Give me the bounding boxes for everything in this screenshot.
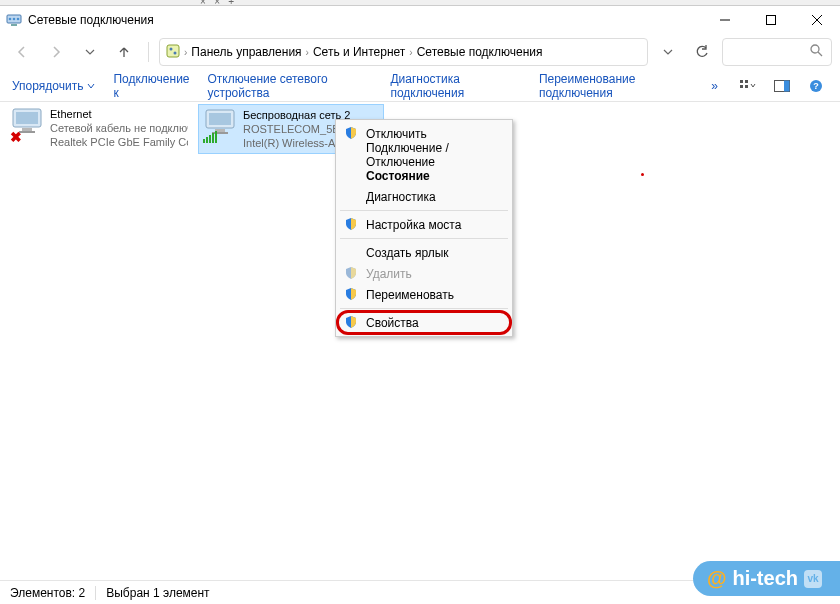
rename-button[interactable]: Переименование подключения <box>539 72 693 100</box>
separator <box>340 308 508 309</box>
ctx-delete: Удалить <box>338 263 510 284</box>
up-button[interactable] <box>110 38 138 66</box>
svg-point-12 <box>811 45 819 53</box>
wifi-icon <box>203 108 237 146</box>
shield-icon <box>344 217 358 231</box>
forward-button[interactable] <box>42 38 70 66</box>
svg-rect-1 <box>11 24 17 26</box>
window-title: Сетевые подключения <box>28 13 702 27</box>
address-bar[interactable]: › Панель управления › Сеть и Интернет › … <box>159 38 648 66</box>
back-button[interactable] <box>8 38 36 66</box>
shield-icon <box>344 287 358 301</box>
ctx-diagnose[interactable]: Диагностика <box>338 186 510 207</box>
svg-point-2 <box>9 18 12 21</box>
view-options-button[interactable] <box>736 74 760 98</box>
svg-rect-27 <box>209 113 231 125</box>
ctx-shortcut[interactable]: Создать ярлык <box>338 242 510 263</box>
chevron-right-icon[interactable]: › <box>184 47 187 58</box>
network-connections-icon <box>6 12 22 28</box>
svg-rect-6 <box>767 16 776 25</box>
svg-rect-23 <box>16 112 38 124</box>
ctx-status[interactable]: Состояние <box>338 165 510 186</box>
svg-line-13 <box>818 52 822 56</box>
watermark: @ hi-tech vk <box>693 561 840 596</box>
ctx-properties[interactable]: Свойства <box>338 312 510 333</box>
svg-point-3 <box>13 18 16 21</box>
shield-icon <box>344 315 358 329</box>
maximize-button[interactable] <box>748 6 794 34</box>
titlebar: Сетевые подключения <box>0 6 840 34</box>
svg-rect-17 <box>745 85 748 88</box>
svg-rect-14 <box>740 80 743 83</box>
svg-rect-15 <box>740 85 743 88</box>
recent-locations-button[interactable] <box>76 38 104 66</box>
breadcrumb-seg2[interactable]: Сеть и Интернет <box>313 45 405 59</box>
shield-icon <box>344 266 358 280</box>
shield-icon <box>344 126 358 140</box>
help-button[interactable]: ? <box>804 74 828 98</box>
svg-text:?: ? <box>813 81 819 91</box>
minimize-button[interactable] <box>702 6 748 34</box>
vk-icon: vk <box>804 570 822 588</box>
search-icon <box>810 44 823 60</box>
disable-device-button[interactable]: Отключение сетевого устройства <box>208 72 373 100</box>
control-panel-icon <box>166 44 180 61</box>
more-commands-button[interactable]: » <box>711 79 718 93</box>
annotation-dot <box>641 173 644 176</box>
browser-tab-remnant: × × + <box>0 0 840 6</box>
close-button[interactable] <box>794 6 840 34</box>
diagnose-button[interactable]: Диагностика подключения <box>390 72 520 100</box>
at-icon: @ <box>707 567 727 590</box>
svg-rect-34 <box>215 131 217 143</box>
separator <box>340 210 508 211</box>
svg-rect-9 <box>167 45 179 57</box>
separator <box>340 238 508 239</box>
breadcrumb-seg1[interactable]: Панель управления <box>191 45 301 59</box>
organize-menu[interactable]: Упорядочить <box>12 79 95 93</box>
svg-rect-33 <box>212 133 214 143</box>
chevron-right-icon[interactable]: › <box>409 47 412 58</box>
navigation-bar: › Панель управления › Сеть и Интернет › … <box>0 34 840 70</box>
disconnected-x-icon: ✖ <box>10 129 22 145</box>
ctx-connect-disconnect[interactable]: Подключение / Отключение <box>338 144 510 165</box>
signal-strength-icon <box>203 131 217 146</box>
svg-rect-32 <box>209 135 211 143</box>
preview-pane-button[interactable] <box>770 74 794 98</box>
ctx-bridge[interactable]: Настройка моста <box>338 214 510 235</box>
ctx-rename[interactable]: Переименовать <box>338 284 510 305</box>
connection-ethernet[interactable]: ✖ Ethernet Сетевой кабель не подключен R… <box>6 104 192 152</box>
breadcrumb-seg3[interactable]: Сетевые подключения <box>417 45 543 59</box>
connection-name: Ethernet <box>50 107 188 121</box>
status-selected-count: Выбран 1 элемент <box>106 586 209 600</box>
address-dropdown-button[interactable] <box>654 38 682 66</box>
connect-to-button[interactable]: Подключение к <box>113 72 189 100</box>
context-menu: Отключить Подключение / Отключение Состо… <box>335 119 513 337</box>
ethernet-icon: ✖ <box>10 107 44 145</box>
refresh-button[interactable] <box>688 38 716 66</box>
svg-rect-31 <box>206 137 208 143</box>
chevron-right-icon[interactable]: › <box>306 47 309 58</box>
command-bar: Упорядочить Подключение к Отключение сет… <box>0 70 840 102</box>
search-input[interactable] <box>722 38 832 66</box>
svg-point-11 <box>174 51 177 54</box>
svg-rect-19 <box>784 80 790 91</box>
status-element-count: Элементов: 2 <box>10 586 85 600</box>
connection-status: Сетевой кабель не подключен <box>50 121 188 135</box>
svg-point-4 <box>17 18 20 21</box>
connection-adapter: Realtek PCIe GbE Family Controller <box>50 135 188 149</box>
svg-point-10 <box>170 47 173 50</box>
svg-rect-16 <box>745 80 748 83</box>
svg-rect-24 <box>22 128 32 131</box>
svg-rect-30 <box>203 139 205 143</box>
